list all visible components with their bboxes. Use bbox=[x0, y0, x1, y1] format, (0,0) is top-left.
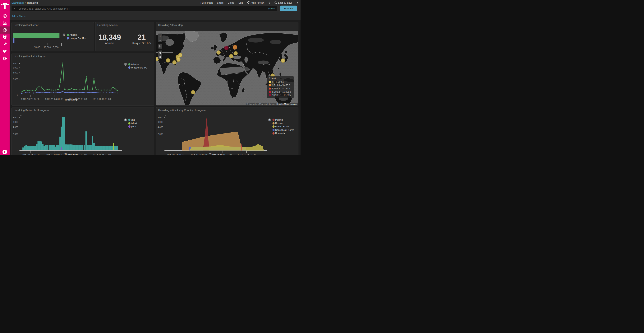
chevron-right-icon bbox=[296, 1, 298, 4]
options-link[interactable]: Options bbox=[266, 7, 275, 10]
time-back-button[interactable] bbox=[268, 1, 270, 4]
sidebar-item-monitoring[interactable] bbox=[0, 48, 10, 55]
search-input[interactable] bbox=[18, 7, 277, 10]
map-legend-item: 5,455.8 – 8,182.2 bbox=[269, 87, 291, 90]
map-attack-marker[interactable] bbox=[234, 51, 238, 55]
svg-text:0: 0 bbox=[17, 94, 18, 96]
legend-item[interactable]: Attacks bbox=[67, 34, 78, 36]
svg-text:4,000: 4,000 bbox=[13, 72, 18, 74]
svg-text:2018-11-04 01:00: 2018-11-04 01:00 bbox=[190, 153, 208, 155]
sidebar-item-dashboard[interactable] bbox=[0, 27, 10, 34]
full-screen-button[interactable]: Full screen bbox=[200, 1, 213, 4]
attacks-bar-chart[interactable]: 5,00010,00015,000❯AttacksUnique Src IPs bbox=[12, 22, 94, 51]
map-attack-marker[interactable] bbox=[172, 61, 176, 64]
metric-label: Unique Src IPs bbox=[132, 42, 151, 45]
map-attack-marker[interactable] bbox=[166, 59, 170, 62]
svg-text:Unique Src IPs: Unique Src IPs bbox=[70, 37, 86, 40]
auto-refresh-button[interactable]: Auto-refresh bbox=[247, 1, 264, 4]
bar-vnc bbox=[80, 145, 82, 150]
world-map[interactable]: + − bbox=[156, 31, 298, 106]
time-range-picker[interactable]: Last 30 days bbox=[274, 1, 292, 4]
legend-item[interactable]: vnc bbox=[128, 119, 135, 121]
map-attack-marker[interactable] bbox=[224, 46, 228, 50]
legend-title: Count bbox=[269, 77, 291, 80]
legend-item[interactable]: Attacks bbox=[128, 63, 139, 66]
map-attack-marker[interactable] bbox=[229, 54, 233, 58]
expand-sidebar-button[interactable] bbox=[2, 150, 7, 154]
sidebar bbox=[0, 0, 10, 155]
bar-pop3 bbox=[61, 148, 62, 150]
map-attack-marker[interactable] bbox=[233, 45, 237, 49]
sidebar-item-management[interactable] bbox=[0, 55, 10, 62]
map-attack-marker[interactable] bbox=[281, 59, 285, 63]
protocols-histogram-chart[interactable]: 02,0004,0006,0008,0002018-10-28 02:00201… bbox=[12, 107, 154, 155]
sidebar-item-visualize[interactable] bbox=[0, 19, 10, 27]
map-zoom-out-button[interactable]: − bbox=[158, 38, 162, 42]
bar-vnc bbox=[71, 145, 72, 150]
time-forward-button[interactable] bbox=[296, 1, 298, 4]
legend-item[interactable]: Russia bbox=[272, 122, 283, 125]
bar-vnc bbox=[108, 146, 110, 150]
bar-vnc bbox=[76, 145, 77, 150]
legend-item[interactable]: United States bbox=[272, 125, 290, 128]
svg-text:Unique Src IPs: Unique Src IPs bbox=[131, 66, 147, 69]
map-draw-rectangle-button[interactable] bbox=[158, 55, 162, 59]
legend-toggle-icon[interactable]: ❯ bbox=[268, 119, 271, 121]
add-filter-link[interactable]: Add a filter+ bbox=[12, 15, 26, 18]
panel-title: Heralding Attack Map bbox=[158, 24, 183, 27]
map-attack-marker[interactable] bbox=[191, 90, 195, 94]
svg-text:2,000: 2,000 bbox=[13, 133, 18, 135]
svg-text:15,000: 15,000 bbox=[52, 46, 59, 49]
map-attack-marker[interactable] bbox=[216, 51, 220, 55]
legend-item[interactable]: Unique Src IPs bbox=[67, 37, 86, 40]
bar-vnc bbox=[32, 146, 33, 150]
svg-text:Republic of Korea: Republic of Korea bbox=[275, 129, 294, 131]
legend-item[interactable]: Republic of Korea bbox=[272, 129, 294, 131]
bar-vnc bbox=[74, 145, 76, 150]
bar-vnc bbox=[35, 146, 36, 150]
svg-text:Attacks: Attacks bbox=[131, 63, 139, 66]
bar-vnc bbox=[56, 145, 58, 150]
legend-range-label: 3 – 2,729.4 bbox=[272, 81, 284, 84]
legend-item[interactable]: Poland bbox=[272, 119, 283, 121]
legend-toggle-icon[interactable]: ❯ bbox=[63, 34, 66, 37]
bar-vnc bbox=[60, 137, 61, 150]
gauge-icon bbox=[3, 28, 7, 32]
elastic-maps-service-link[interactable]: Elastic Maps Service bbox=[276, 103, 298, 105]
share-button[interactable]: Share bbox=[217, 1, 224, 4]
bar-vnc bbox=[86, 132, 87, 150]
country-histogram-chart[interactable]: 02,0004,0006,0008,0002018-10-28 02:00201… bbox=[156, 107, 298, 155]
sidebar-item-discover[interactable] bbox=[0, 12, 10, 19]
bar-vnc bbox=[41, 142, 42, 150]
bar-vnc bbox=[62, 117, 64, 150]
sidebar-item-devtools[interactable] bbox=[0, 41, 10, 48]
legend-item[interactable]: pop3 bbox=[128, 125, 136, 128]
bar-vnc bbox=[27, 146, 28, 150]
legend-item[interactable]: Romania bbox=[272, 132, 285, 135]
crop-icon bbox=[159, 45, 162, 48]
svg-text:telnet: telnet bbox=[131, 122, 137, 125]
refresh-button[interactable]: Refresh bbox=[280, 6, 297, 11]
bar-vnc bbox=[114, 146, 116, 150]
metric-unique-src-ips: 21 Unique Src IPs bbox=[132, 33, 151, 45]
map-attack-marker[interactable] bbox=[176, 58, 180, 62]
chevron-left-icon bbox=[268, 1, 270, 4]
edit-button[interactable]: Edit bbox=[238, 1, 243, 4]
attacks-histogram-chart[interactable]: 02,0004,0006,0008,0002018-10-28 02:00201… bbox=[12, 53, 154, 106]
legend-item[interactable]: telnet bbox=[128, 122, 137, 125]
clone-button[interactable]: Clone bbox=[228, 1, 234, 4]
legend-toggle-icon[interactable]: ❯ bbox=[124, 119, 127, 121]
breadcrumb-dashboard-link[interactable]: Dashboard bbox=[12, 1, 24, 4]
bar-vnc bbox=[65, 144, 66, 150]
bar-vnc bbox=[77, 145, 78, 150]
top-nav-bar: Dashboard / Heralding Full screen Share … bbox=[10, 0, 300, 5]
legend-item[interactable]: Unique Src IPs bbox=[128, 66, 147, 69]
bar-vnc bbox=[42, 144, 43, 150]
map-draw-polygon-button[interactable] bbox=[158, 51, 162, 55]
svg-text:2018-10-28 02:00: 2018-10-28 02:00 bbox=[21, 153, 40, 155]
legend-toggle-icon[interactable]: ❯ bbox=[124, 63, 127, 66]
sidebar-item-timelion[interactable] bbox=[0, 34, 10, 41]
map-zoom-in-button[interactable]: + bbox=[158, 34, 162, 38]
map-attack-marker[interactable] bbox=[178, 53, 182, 57]
map-fit-bounds-button[interactable] bbox=[158, 44, 162, 49]
